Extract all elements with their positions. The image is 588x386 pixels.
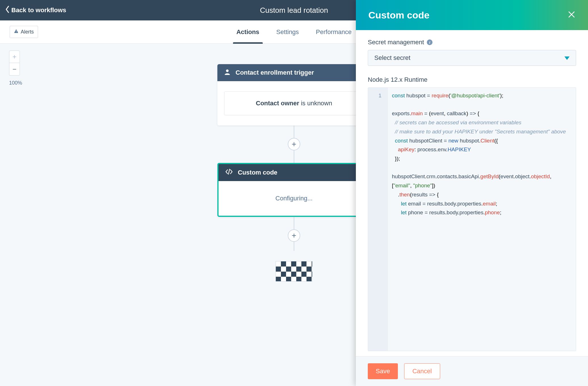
- close-icon: [568, 14, 576, 19]
- cancel-button[interactable]: Cancel: [404, 363, 440, 379]
- connector: [294, 242, 294, 251]
- custom-code-title: Custom code: [238, 169, 277, 176]
- workflow-flow: Contact enrollment trigger Contact owner…: [217, 64, 371, 282]
- caret-down-icon: [564, 54, 570, 62]
- connector: [294, 217, 294, 229]
- custom-code-header: Custom code: [219, 164, 369, 181]
- custom-code-status: Configuring...: [219, 181, 369, 216]
- alerts-button[interactable]: Alerts: [10, 26, 38, 38]
- trigger-property: Contact owner: [256, 100, 299, 107]
- panel-header: Custom code: [356, 0, 588, 30]
- workflow-end-icon: [276, 261, 312, 282]
- save-button[interactable]: Save: [368, 363, 398, 379]
- code-area[interactable]: const hubspot = require('@hubspot/api-cl…: [388, 88, 576, 351]
- connector: [294, 150, 294, 163]
- tab-performance[interactable]: Performance: [316, 20, 352, 43]
- page-title: Custom lead rotation: [260, 6, 328, 15]
- svg-point-2: [226, 70, 228, 72]
- alerts-label: Alerts: [21, 29, 34, 35]
- back-to-workflows[interactable]: Back to workflows: [5, 5, 66, 15]
- runtime-label: Node.js 12.x Runtime: [368, 76, 576, 83]
- svg-rect-0: [16, 31, 16, 32]
- panel-footer: Save Cancel: [356, 356, 588, 386]
- secret-select[interactable]: Select secret: [368, 50, 576, 66]
- trigger-operator: is unknown: [299, 100, 332, 107]
- code-editor[interactable]: 1 2 3 ▾ 4 5 6 ▾: [368, 87, 576, 351]
- trigger-condition[interactable]: Contact owner is unknown: [224, 91, 364, 115]
- code-icon: [225, 169, 233, 177]
- tab-settings[interactable]: Settings: [276, 20, 299, 43]
- add-action-button[interactable]: +: [288, 229, 300, 242]
- enrollment-trigger-title: Contact enrollment trigger: [236, 69, 314, 76]
- subnav-tabs: Actions Settings Performance: [236, 20, 352, 43]
- svg-line-3: [228, 169, 230, 174]
- zoom-controls: + − 100%: [9, 51, 22, 86]
- connector: [294, 125, 294, 138]
- alert-icon: [14, 29, 18, 35]
- custom-code-node[interactable]: Custom code Configuring...: [217, 163, 371, 217]
- svg-rect-1: [16, 32, 16, 33]
- secret-select-value: Select secret: [374, 54, 410, 62]
- panel-body: Secret management i Select secret Node.j…: [356, 30, 588, 356]
- code-gutter: 1 2 3 ▾ 4 5 6 ▾: [368, 88, 388, 351]
- back-label: Back to workflows: [11, 7, 66, 14]
- contact-icon: [224, 69, 230, 77]
- svg-marker-6: [564, 56, 570, 60]
- tab-actions[interactable]: Actions: [236, 20, 259, 43]
- panel-title: Custom code: [368, 10, 429, 21]
- close-panel-button[interactable]: [568, 11, 576, 20]
- enrollment-trigger-header: Contact enrollment trigger: [217, 64, 371, 81]
- enrollment-trigger-body: Contact owner is unknown: [217, 81, 371, 125]
- zoom-level: 100%: [9, 80, 22, 86]
- chevron-left-icon: [5, 5, 10, 15]
- enrollment-trigger-node[interactable]: Contact enrollment trigger Contact owner…: [217, 64, 371, 125]
- add-action-button[interactable]: +: [288, 138, 300, 150]
- zoom-out-button[interactable]: −: [9, 63, 20, 75]
- custom-code-panel: Custom code Secret management i Select s…: [356, 0, 588, 386]
- info-icon[interactable]: i: [427, 39, 432, 45]
- zoom-in-button[interactable]: +: [9, 51, 20, 63]
- secret-mgmt-label: Secret management i: [368, 39, 576, 46]
